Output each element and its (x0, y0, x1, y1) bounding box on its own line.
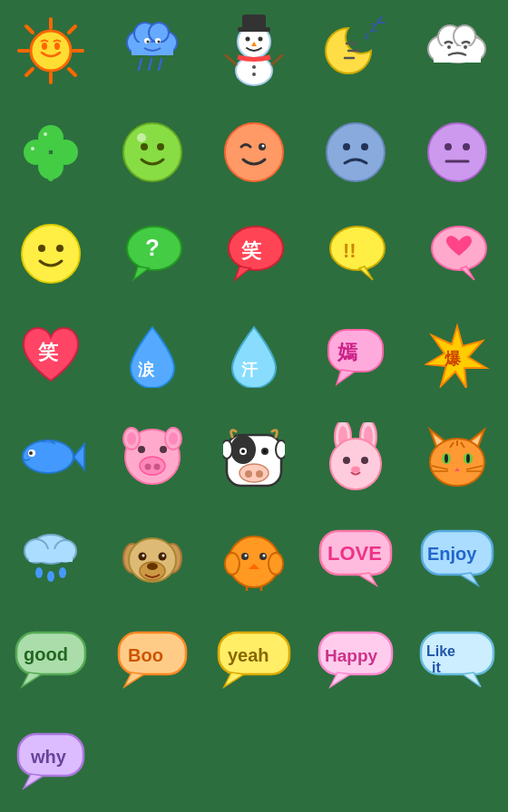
cell-smile-green[interactable] (102, 102, 203, 203)
cell-heart-bubble[interactable] (406, 203, 508, 304)
cell-round-orange[interactable] (203, 508, 305, 609)
cell-neutral-purple[interactable] (406, 102, 508, 203)
svg-point-102 (169, 432, 178, 445)
svg-marker-77 (359, 266, 373, 280)
svg-marker-90 (73, 444, 84, 469)
svg-point-145 (59, 567, 66, 578)
cell-snowman[interactable] (203, 0, 305, 102)
bunny-icon (325, 422, 386, 491)
svg-line-23 (159, 59, 161, 70)
svg-point-57 (225, 123, 283, 181)
svg-point-54 (141, 143, 148, 150)
cell-cat[interactable] (406, 406, 508, 508)
cell-kanji-laugh[interactable]: 笑 (203, 203, 305, 304)
cat-icon (425, 424, 490, 489)
svg-point-49 (53, 140, 78, 165)
sticker-grid: z Z Z (0, 0, 508, 812)
svg-point-144 (47, 571, 54, 582)
svg-text:Happy: Happy (325, 646, 378, 665)
question-bubble-icon: ? (120, 221, 185, 286)
svg-rect-16 (132, 43, 173, 55)
svg-text:yeah: yeah (228, 645, 269, 665)
svg-point-159 (263, 555, 266, 557)
cell-moon[interactable]: z Z Z (305, 0, 406, 102)
cell-love-bubble[interactable]: 嫣 (305, 304, 406, 406)
svg-text:good: good (24, 644, 68, 664)
cell-bunny[interactable] (305, 406, 406, 508)
cell-tear-drop[interactable]: 涙 (102, 304, 203, 406)
cell-likeit-text[interactable]: Like it (406, 609, 508, 710)
cell-dog[interactable] (102, 508, 203, 609)
svg-marker-175 (124, 672, 144, 687)
cell-love-text[interactable]: LOVE (305, 508, 406, 609)
svg-point-62 (361, 143, 368, 150)
cell-boo-text[interactable]: Boo (102, 609, 203, 710)
cell-clover[interactable] (0, 102, 102, 203)
cell-good-text[interactable]: good (0, 609, 102, 710)
cell-enjoy-text[interactable]: Enjoy (406, 508, 508, 609)
cell-question-bubble[interactable]: ? (102, 203, 203, 304)
svg-point-89 (23, 440, 73, 473)
cell-sun[interactable] (0, 0, 102, 102)
cell-sad-blue[interactable] (305, 102, 406, 203)
cell-happy-text[interactable]: Happy (305, 609, 406, 710)
svg-point-20 (158, 41, 161, 44)
svg-point-51 (44, 132, 47, 136)
cloud-angry-icon (423, 19, 492, 82)
svg-text:汗: 汗 (241, 361, 259, 379)
cell-why-text[interactable]: why (0, 710, 102, 812)
cell-rain-cloud2[interactable] (0, 508, 102, 609)
svg-point-55 (157, 143, 164, 150)
svg-point-153 (142, 555, 145, 557)
svg-text:!!: !! (343, 239, 357, 262)
love-text-icon: LOVE (318, 529, 393, 587)
fish-icon (15, 431, 86, 482)
cell-exclaim-bubble[interactable]: !! (305, 203, 406, 304)
tear-drop-icon: 涙 (123, 323, 182, 388)
svg-marker-188 (24, 774, 44, 788)
svg-point-161 (225, 553, 239, 575)
good-text-icon: good (15, 631, 87, 689)
love-bubble-icon: 嫣 (323, 323, 388, 388)
svg-point-63 (428, 123, 486, 181)
svg-point-67 (22, 225, 80, 283)
cell-wink[interactable] (203, 102, 305, 203)
svg-point-64 (444, 143, 452, 150)
dog-icon (120, 526, 185, 591)
cell-fish[interactable] (0, 406, 102, 508)
svg-point-158 (245, 555, 248, 557)
svg-point-95 (145, 464, 151, 470)
cell-sweat-drop[interactable]: 汗 (203, 304, 305, 406)
svg-point-106 (241, 450, 245, 453)
svg-line-22 (149, 59, 151, 70)
snowman-icon (221, 14, 287, 87)
svg-point-9 (42, 43, 47, 50)
svg-point-19 (147, 41, 150, 44)
pig-icon (120, 424, 185, 489)
svg-point-162 (269, 553, 283, 575)
cell-yeah-text[interactable]: yeah (203, 609, 305, 710)
cell-cloud-angry[interactable] (406, 0, 508, 102)
svg-point-28 (246, 37, 250, 42)
cell-explosion-star[interactable]: 爆 (406, 304, 508, 406)
svg-marker-80 (461, 266, 474, 280)
why-text-icon: why (16, 732, 85, 790)
svg-point-108 (263, 450, 267, 453)
cell-rain-cloud[interactable] (102, 0, 203, 102)
svg-marker-85 (337, 370, 355, 384)
svg-point-101 (127, 432, 136, 445)
rain-cloud2-icon (16, 524, 85, 593)
svg-text:笑: 笑 (240, 239, 262, 262)
cell-laugh-heart[interactable]: 笑 (0, 304, 102, 406)
svg-point-76 (330, 227, 385, 270)
cell-pig[interactable] (102, 406, 203, 508)
svg-point-10 (54, 43, 60, 50)
svg-point-111 (256, 470, 263, 478)
svg-line-34 (272, 55, 282, 64)
clover-icon (18, 120, 83, 185)
cell-cow[interactable] (203, 406, 305, 508)
svg-point-52 (31, 147, 34, 150)
cow-icon (223, 424, 285, 489)
svg-text:LOVE: LOVE (327, 542, 382, 565)
cell-smile-yellow[interactable] (0, 203, 102, 304)
